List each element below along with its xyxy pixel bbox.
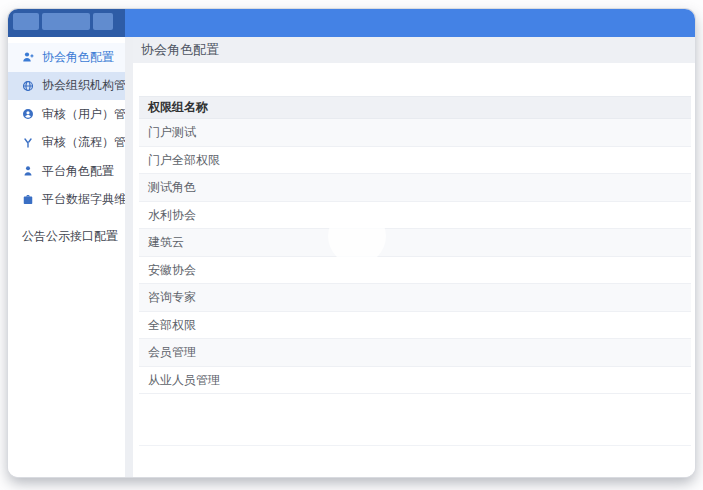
sidebar-item[interactable]: 协会角色配置	[8, 43, 125, 72]
table-row[interactable]: 从业人员管理	[139, 367, 691, 395]
table-row[interactable]: 测试角色	[139, 174, 691, 202]
logo-mark	[13, 13, 39, 30]
user-circle-icon	[22, 108, 34, 120]
table-row[interactable]: 门户全部权限	[139, 147, 691, 175]
table-row[interactable]: 水利协会	[139, 202, 691, 230]
table-row[interactable]: 全部权限	[139, 312, 691, 340]
table-footer-space	[139, 394, 691, 446]
table-row[interactable]: 会员管理	[139, 339, 691, 367]
page-title-bar: 协会角色配置	[133, 37, 695, 63]
sidebar-item-label: 审核（流程）管理	[42, 134, 138, 151]
sidebar-menu: 协会角色配置 协会组织机构管理 审核（用户）管理 审核（流程）管理 平台角色配置…	[8, 37, 125, 477]
table-header-permission-group-name: 权限组名称	[139, 96, 691, 119]
briefcase-icon	[22, 194, 34, 206]
top-nav-bar	[125, 9, 695, 37]
permission-group-name: 会员管理	[148, 345, 196, 359]
sidebar-item[interactable]: 平台数据字典维护	[8, 186, 125, 215]
globe-icon	[22, 80, 34, 92]
permission-group-name: 安徽协会	[148, 263, 196, 277]
card-top-space	[139, 63, 691, 96]
table-row[interactable]: 咨询专家	[139, 284, 691, 312]
permission-group-table: 门户测试 门户全部权限 测试角色 水利协会 建筑云 安徽协会 咨询专家	[139, 119, 691, 394]
sidebar-item-label: 协会组织机构管理	[42, 77, 138, 94]
content-card: 权限组名称 门户测试 门户全部权限 测试角色 水利协会 建筑云	[139, 63, 691, 477]
sidebar-item[interactable]: 平台角色配置	[8, 157, 125, 186]
sidebar-item[interactable]: 审核（流程）管理	[8, 129, 125, 158]
sidebar-item-label: 公告公示接口配置	[22, 228, 118, 245]
flow-branch-icon	[22, 137, 34, 149]
permission-group-name: 水利协会	[148, 208, 196, 222]
table-row[interactable]: 门户测试	[139, 119, 691, 147]
sidebar-item[interactable]: 审核（用户）管理	[8, 100, 125, 129]
sidebar-item[interactable]: 公告公示接口配置	[8, 222, 125, 251]
permission-group-name: 测试角色	[148, 180, 196, 194]
permission-group-name: 建筑云	[148, 235, 184, 249]
sidebar-item-label: 协会角色配置	[42, 49, 114, 66]
app-logo	[8, 9, 125, 37]
logo-text-block-2	[93, 13, 113, 30]
table-row[interactable]: 建筑云	[139, 229, 691, 257]
person-icon	[22, 165, 34, 177]
sidebar-item-label: 平台角色配置	[42, 163, 114, 180]
permission-group-name: 从业人员管理	[148, 373, 220, 387]
sidebar-item-label: 审核（用户）管理	[42, 106, 138, 123]
permission-group-name: 门户全部权限	[148, 153, 220, 167]
permission-group-name: 门户测试	[148, 125, 196, 139]
sidebar-item-label: 平台数据字典维护	[42, 191, 138, 208]
user-add-icon	[22, 51, 34, 63]
app-window: 协会角色配置 协会组织机构管理 审核（用户）管理 审核（流程）管理 平台角色配置…	[8, 9, 695, 477]
page-title: 协会角色配置	[141, 41, 219, 59]
logo-text-block	[42, 13, 90, 30]
table-row[interactable]: 安徽协会	[139, 257, 691, 285]
permission-group-name: 全部权限	[148, 318, 196, 332]
sidebar-item[interactable]: 协会组织机构管理	[8, 72, 125, 101]
top-bar	[8, 9, 695, 37]
window-body: 协会角色配置 协会组织机构管理 审核（用户）管理 审核（流程）管理 平台角色配置…	[8, 37, 695, 477]
main-area: 协会角色配置 权限组名称 门户测试 门户全部权限 测试角色 水利协会	[133, 37, 695, 477]
permission-group-name: 咨询专家	[148, 290, 196, 304]
sidebar-main-divider	[125, 37, 133, 477]
